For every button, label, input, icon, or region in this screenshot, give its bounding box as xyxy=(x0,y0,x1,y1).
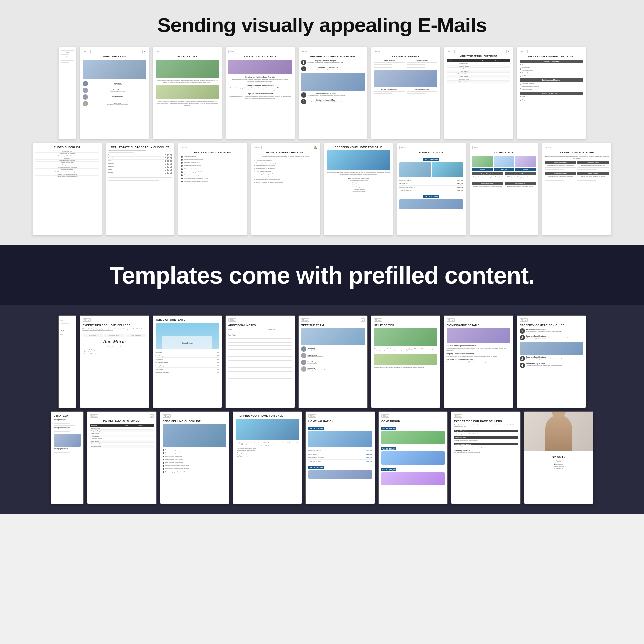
prop-item: 4 Factors to Keep in Mind Consider marke… xyxy=(301,99,365,104)
member-role: Investment Advisor xyxy=(89,97,146,99)
card-title: SELLER DISCLOSURE CHECKLIST xyxy=(520,55,583,58)
val-image-2 xyxy=(432,162,463,177)
top-card-grid-row2: PHOTO CHECKLIST Declutter each room Clea… xyxy=(7,143,637,235)
b-expert-sellers: RE Inc. EXPERT TIPS FOR HOME SELLERS We … xyxy=(80,315,149,408)
checklist-table: Activities Date Status Market Overview C… xyxy=(447,59,510,83)
b-partial-left: lines... na Marie xyxy=(58,315,76,408)
team-photo xyxy=(301,328,365,345)
b-additional-notes: RE Inc. ADDITIONAL NOTES Date Location Y… xyxy=(225,315,295,408)
b-meet-team: RE Inc. ★ MEET THE TEAM John Smith Sales… xyxy=(298,315,368,408)
card-title: PREPPING YOUR HOME FOR SALE xyxy=(327,146,390,149)
b-utilities: RE Inc. UTILITIES TIPS Before making res… xyxy=(371,315,440,408)
utility-image xyxy=(156,60,219,78)
card-title: FSBO SELLING CHECKLIST xyxy=(181,151,245,154)
value-badge: VALUE: $520,000 xyxy=(423,158,439,161)
card-re-photo: REAL ESTATE PHOTOGRAPHY CHECKLIST Exteri… xyxy=(105,143,175,235)
b-property-comp: RE Inc. PROPERTY COMPARISON GUIDE 1 Prop… xyxy=(517,315,586,408)
value-badge-2: VALUE: $380,000 xyxy=(423,195,439,198)
card-title: PROPERTY COMPARISON GUIDE xyxy=(301,55,365,58)
card-utilities: RE Inc. UTILITIES TIPS Before making res… xyxy=(153,47,222,139)
team-member: David Thompson Investment Advisor xyxy=(83,94,146,100)
util-image-b2 xyxy=(374,354,437,365)
b-valuation: RE Inc. HOME VALUATION VALUE: $520,000 E… xyxy=(305,411,375,504)
card-prepping: PREPPING YOUR HOME FOR SALE Everything y… xyxy=(324,143,393,235)
sig-section-3: Legal and Documentation Review xyxy=(228,93,292,95)
significance-image xyxy=(228,60,292,74)
card-market-research: RE Inc. ★ MARKET RESEARCH CHECKLIST Acti… xyxy=(444,47,513,139)
mid-section: Templates come with prefilled content. xyxy=(0,245,644,305)
mrc-title: MARKET RESEARCH CHECKLIST xyxy=(447,55,510,57)
team-member: Emily Davis Marketing and Communications… xyxy=(83,101,146,106)
member-role: Sales Specialist xyxy=(89,84,146,85)
util-image-b xyxy=(374,328,437,346)
b-mrc: RE Inc. ★ MARKET RESEARCH CHECKLIST Acti… xyxy=(87,411,157,504)
card-title: COMPARISON xyxy=(472,151,536,154)
card-property-comparison: RE Inc. PROPERTY COMPARISON GUIDE 1 Prop… xyxy=(298,47,368,139)
partial-card-left: Location Notes xyxy=(58,47,76,139)
b-fsbo: RE Inc. FSBO SELLING CHECKLIST Enhance c… xyxy=(160,411,229,504)
val-image-1 xyxy=(399,162,431,177)
card-seller-disclosure: RE Inc. SELLER DISCLOSURE CHECKLIST Prop… xyxy=(517,47,586,139)
avatar xyxy=(83,101,88,106)
your-notes-label: Your Notes xyxy=(228,334,292,336)
prop-item: 2 Important Considerations When comparin… xyxy=(301,66,365,71)
avatar xyxy=(83,88,88,93)
card-title: HOME VALUATION xyxy=(399,151,463,154)
top-section: Sending visually appealing E-Mails Locat… xyxy=(0,0,644,245)
fsbo-prep-image xyxy=(163,424,226,447)
b-expert-sellers2: RE Inc. EXPERT TIPS FOR HOME SELLERS We … xyxy=(451,411,521,504)
card-title: HOME STAGING CHECKLIST xyxy=(254,151,317,154)
card-title: SIGNIFICANCE DETAILS xyxy=(447,324,510,327)
avatar xyxy=(83,94,88,100)
team-hero-image xyxy=(83,60,146,79)
b-prepping: PREPPING YOUR HOME FOR SALE Everything y… xyxy=(233,411,302,504)
card-title: UTILITIES TIPS xyxy=(156,55,219,58)
val-image-3 xyxy=(399,199,463,209)
card-comparison: RE Inc. COMPARISON $520,000 $380,000 $28… xyxy=(469,143,539,235)
pricing-section: Pricing Strategies xyxy=(407,60,437,69)
val-house-image xyxy=(308,431,372,447)
pricing-section: Pricing Considerations xyxy=(374,89,405,96)
card-title: REAL ESTATE PHOTOGRAPHY CHECKLIST xyxy=(108,146,172,149)
bottom-card-grid-row1: lines... na Marie RE Inc. EXPERT TIPS FO… xyxy=(7,315,637,408)
card-title: UTILITIES TIPS xyxy=(374,324,437,327)
card-expert-tips: RE Inc. EXPERT TIPS FOR HOME Advanced st… xyxy=(542,143,612,235)
bottom-section: lines... na Marie RE Inc. EXPERT TIPS FO… xyxy=(0,305,644,514)
prop-item: 3 Important Considerations Comparing fea… xyxy=(301,92,365,98)
prop-item: 1 Property Valuation Insights Understand… xyxy=(301,60,365,65)
comp-image-2 xyxy=(494,156,514,167)
date-label: Date xyxy=(228,328,252,330)
mrc-title-b: MARKET RESEARCH CHECKLIST xyxy=(90,420,154,422)
card-title: MEET THE TEAM xyxy=(301,324,365,327)
mid-title: Templates come with prefilled content. xyxy=(7,262,637,289)
top-card-grid-row1: Location Notes RE Inc. ★ MEET THE TEAM xyxy=(7,47,637,139)
b-toc: TABLE OF CONTENTS Beach Resort Introduct… xyxy=(153,315,222,408)
card-title: MEET THE TEAM xyxy=(83,55,146,58)
card-title: PHOTO CHECKLIST xyxy=(35,146,99,149)
pricing-image xyxy=(374,70,437,87)
bottom-card-grid-row2: STRATEGY Pricing Strategies Pricing Cons… xyxy=(7,411,637,504)
team-member: John Smith Sales Specialist xyxy=(83,81,146,86)
card-photo-checklist: PHOTO CHECKLIST Declutter each room Clea… xyxy=(32,143,102,235)
property-image xyxy=(301,73,365,91)
profile-image xyxy=(524,412,593,451)
comp-house-2 xyxy=(381,451,445,465)
card-staging: RE Inc. 🏠 HOME STAGING CHECKLIST Everyth… xyxy=(251,143,320,235)
member-role: Property Management Expert xyxy=(89,91,146,92)
comp-image-3 xyxy=(515,156,536,167)
card-body-2: Save on utility costs and prioritize aff… xyxy=(156,100,219,107)
card-valuation: RE Inc. HOME VALUATION VALUE: $520,000 E… xyxy=(396,143,466,235)
utility-image-2 xyxy=(156,85,219,99)
card-pricing-strategy: RE Inc. PRICING STRATEGY Market Analysis… xyxy=(371,47,440,139)
card-logo: RE Inc. xyxy=(83,50,91,53)
member-role: Marketing and Communications Specialist xyxy=(89,104,146,105)
card-meet-team: RE Inc. ★ MEET THE TEAM John Smith Sales… xyxy=(80,47,149,139)
sig-image-b xyxy=(447,328,510,343)
b-significance: RE Inc. SIGNIFICANCE DETAILS Location an… xyxy=(444,315,513,408)
pricing-section: Pricing Optimization xyxy=(407,89,437,96)
team-member: Sarah Johnson Property Management Expert xyxy=(83,88,146,93)
b-comparison: RE Inc. COMPARISON VALUE: $520,000 VALUE… xyxy=(378,411,448,504)
card-fsbo: RE Inc. FSBO SELLING CHECKLIST Enhance c… xyxy=(178,143,248,235)
main-heading: Sending visually appealing E-Mails xyxy=(7,13,637,37)
profile-title: Realtor xyxy=(527,460,590,462)
